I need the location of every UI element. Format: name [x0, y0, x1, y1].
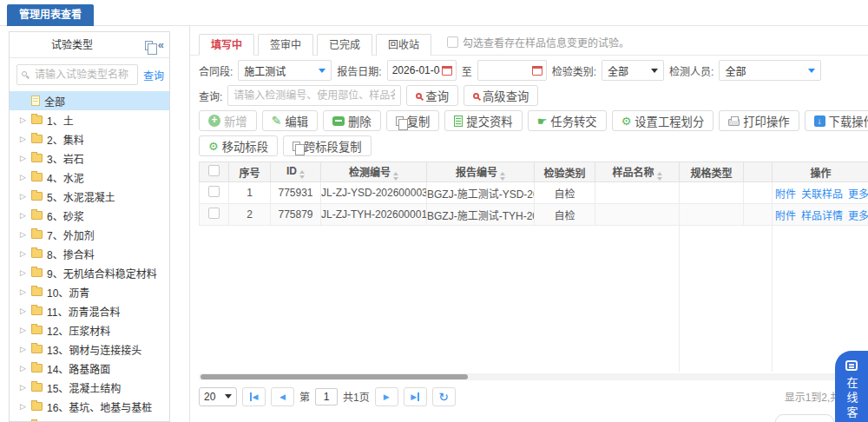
tree-item[interactable]: ▷3、岩石 — [10, 148, 169, 168]
tree-item[interactable]: ▷1、土 — [10, 110, 169, 129]
sort-icon[interactable] — [299, 170, 305, 179]
expand-arrow-icon[interactable]: ▷ — [20, 192, 27, 201]
tab-filling[interactable]: 填写中 — [199, 34, 254, 56]
print-actions-button[interactable]: 打印操作 — [719, 110, 799, 131]
submit-data-button[interactable]: 提交资料 — [444, 110, 522, 131]
scrollbar-thumb[interactable] — [201, 374, 468, 379]
expand-arrow-icon[interactable]: ▷ — [20, 364, 27, 373]
expand-arrow-icon[interactable]: ▷ — [20, 154, 27, 162]
expand-arrow-icon[interactable]: ▷ — [20, 230, 27, 239]
cross-section-copy-button[interactable]: 跨标段复制 — [283, 135, 372, 156]
refresh-button[interactable] — [432, 387, 456, 406]
add-button[interactable]: 新增 — [199, 110, 257, 131]
expand-arrow-icon[interactable]: ▷ — [20, 249, 27, 258]
expand-arrow-icon[interactable]: ▷ — [20, 268, 27, 277]
window-tab[interactable]: 管理用表查看 — [7, 4, 94, 26]
first-page-button[interactable]: ◀ — [242, 387, 266, 406]
tree-item[interactable]: ▷14、路基路面 — [10, 359, 169, 378]
cell-category: 自检 — [535, 204, 595, 226]
tree-item[interactable]: ▷7、外加剂 — [10, 225, 169, 244]
expand-arrow-icon[interactable]: ▷ — [20, 115, 27, 124]
tab-recycle-bin[interactable]: 回收站 — [376, 34, 431, 56]
expand-arrow-icon[interactable]: ▷ — [20, 402, 27, 411]
tree-item[interactable]: ▷9、无机结合料稳定材料 — [10, 263, 169, 282]
more-link[interactable]: 更多 — [848, 210, 868, 222]
table-row[interactable]: 1 775931 JL-ZJ-YSD-202600003 BGZJ-施工测试-Y… — [200, 182, 868, 204]
page-prefix: 第 — [299, 389, 310, 404]
attachment-link[interactable]: 附件 — [775, 188, 796, 201]
tree-item[interactable]: ▷17、统计分析表 — [10, 416, 169, 422]
current-page-input[interactable] — [315, 388, 338, 406]
table-row[interactable]: 2 775879 JL-ZJ-TYH-202600001 BGZJ-施工测试-T… — [200, 204, 868, 226]
expand-arrow-icon[interactable]: ▷ — [20, 345, 27, 353]
more-link[interactable]: 更多 — [848, 188, 868, 201]
online-service-panel[interactable]: 在线客服 — [835, 351, 868, 422]
tree-item[interactable]: ▷11、沥青混合料 — [10, 301, 169, 320]
expand-arrow-icon[interactable]: ▷ — [20, 326, 27, 334]
folder-icon — [31, 230, 43, 239]
project-division-button[interactable]: 设置工程划分 — [612, 110, 714, 131]
query-button[interactable]: 查询 — [406, 85, 458, 106]
tree-item[interactable]: ▷6、砂浆 — [10, 206, 169, 225]
expand-arrow-icon[interactable]: ▷ — [20, 173, 27, 181]
select-all-checkbox[interactable] — [208, 165, 220, 176]
move-section-button[interactable]: 移动标段 — [199, 135, 278, 156]
horizontal-scrollbar[interactable] — [199, 373, 868, 380]
tree-item-label: 15、混凝土结构 — [47, 380, 121, 395]
row-checkbox[interactable] — [208, 208, 220, 219]
tree-item[interactable]: ▷13、钢材与连接接头 — [10, 340, 169, 359]
page-size-select[interactable]: 20 — [199, 387, 237, 406]
last-page-button[interactable]: ▶ — [404, 387, 427, 406]
col-sample[interactable]: 样品名称 — [595, 162, 680, 182]
sample-detail-link[interactable]: 样品详情 — [801, 210, 843, 222]
col-report-no[interactable]: 报告编号 — [427, 162, 535, 182]
sort-icon[interactable] — [500, 172, 505, 181]
tree-item-label: 12、压浆材料 — [47, 323, 110, 338]
query-input[interactable] — [227, 85, 401, 106]
test-type-search-input[interactable] — [16, 64, 138, 85]
next-page-button[interactable]: ▶ — [375, 387, 398, 406]
sort-icon[interactable] — [393, 172, 398, 181]
expand-arrow-icon[interactable]: ▷ — [20, 307, 27, 315]
tree-item[interactable]: ▷4、水泥 — [10, 168, 169, 187]
variation-checkbox[interactable] — [447, 36, 458, 48]
col-test-no[interactable]: 检测编号 — [321, 162, 427, 182]
calendar-icon[interactable] — [532, 66, 542, 76]
col-id[interactable]: ID — [271, 162, 321, 182]
tree-item[interactable]: ▷12、压浆材料 — [10, 320, 169, 340]
task-transfer-button[interactable]: 任务转交 — [528, 110, 607, 131]
tree-item[interactable]: ▷2、集料 — [10, 129, 169, 148]
expand-arrow-icon[interactable]: ▷ — [20, 383, 27, 392]
tree-item[interactable]: ▷16、基坑、地基与基桩 — [10, 397, 169, 416]
tree-item[interactable]: ▷8、掺合料 — [10, 244, 169, 263]
date-to-field[interactable] — [477, 60, 547, 81]
tree-item[interactable]: ▷15、混凝土结构 — [10, 378, 169, 397]
sort-icon[interactable] — [657, 172, 662, 181]
category-select[interactable]: 全部 — [602, 60, 664, 81]
collapse-sidebar-icon[interactable]: « — [158, 32, 164, 58]
edit-button[interactable]: 编辑 — [262, 110, 318, 131]
sidebar-search-button[interactable]: 查询 — [143, 68, 164, 82]
download-actions-button[interactable]: 下载操作 — [805, 110, 868, 131]
col-test-no-label: 检测编号 — [349, 167, 391, 179]
tab-reviewing[interactable]: 签审中 — [258, 34, 313, 56]
expand-arrow-icon[interactable]: ▷ — [20, 135, 27, 143]
row-checkbox[interactable] — [208, 186, 220, 197]
tree-item[interactable]: ▷5、水泥混凝土 — [10, 187, 169, 206]
prev-page-button[interactable]: ◀ — [271, 387, 294, 406]
delete-button[interactable]: 删除 — [323, 110, 381, 131]
expand-arrow-icon[interactable]: ▷ — [20, 211, 27, 220]
related-sample-link[interactable]: 关联样品 — [801, 188, 843, 201]
calendar-icon[interactable] — [442, 66, 452, 76]
layers-icon[interactable] — [145, 41, 153, 50]
contract-select[interactable]: 施工测试 — [238, 60, 332, 81]
copy-button[interactable]: 复制 — [386, 110, 440, 131]
advanced-query-button[interactable]: 高级查询 — [464, 85, 538, 106]
attachment-link[interactable]: 附件 — [775, 210, 796, 222]
tree-item[interactable]: ▷10、沥青 — [10, 282, 169, 301]
expand-arrow-icon[interactable]: ▷ — [20, 287, 27, 296]
date-from-field[interactable] — [387, 60, 457, 81]
tree-item-all[interactable]: 全部 — [10, 91, 169, 110]
person-select[interactable]: 全部 — [719, 60, 821, 81]
tab-completed[interactable]: 已完成 — [317, 34, 372, 56]
